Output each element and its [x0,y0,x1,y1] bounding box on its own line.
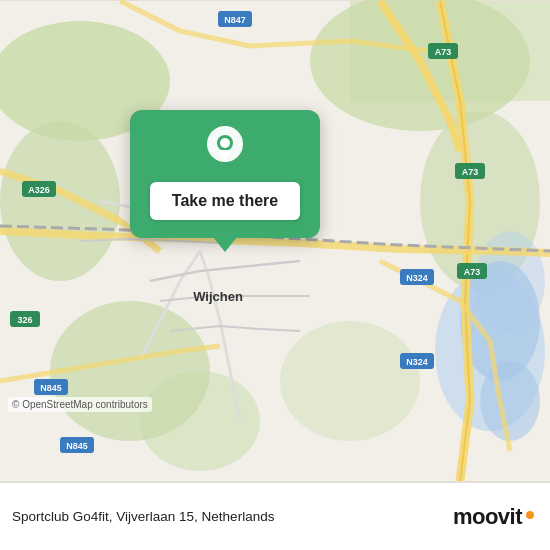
brand-name: moovit [453,504,522,530]
footer: Sportclub Go4fit, Vijverlaan 15, Netherl… [0,482,550,550]
take-me-there-button[interactable]: Take me there [150,182,300,220]
brand-dot [526,511,534,519]
location-address: Sportclub Go4fit, Vijverlaan 15, Netherl… [12,509,453,524]
svg-text:N324: N324 [406,357,428,367]
svg-text:A73: A73 [462,167,479,177]
svg-text:N845: N845 [66,441,88,451]
svg-text:N324: N324 [406,273,428,283]
moovit-logo: moovit [453,504,534,530]
app-container: A73 A73 A73 N847 A326 326 N324 N324 [0,0,550,550]
svg-text:A73: A73 [464,267,481,277]
map-popup: Take me there [130,110,320,238]
svg-point-12 [480,361,540,441]
svg-point-7 [140,371,260,471]
svg-text:A73: A73 [435,47,452,57]
svg-text:A326: A326 [28,185,50,195]
svg-text:N845: N845 [40,383,62,393]
osm-credit: © OpenStreetMap contributors [8,397,152,412]
location-pin-icon [202,126,248,172]
svg-text:326: 326 [17,315,32,325]
map-area: A73 A73 A73 N847 A326 326 N324 N324 [0,0,550,482]
svg-text:N847: N847 [224,15,246,25]
svg-point-36 [220,138,230,148]
svg-text:Wijchen: Wijchen [193,289,243,304]
svg-point-8 [280,321,420,441]
